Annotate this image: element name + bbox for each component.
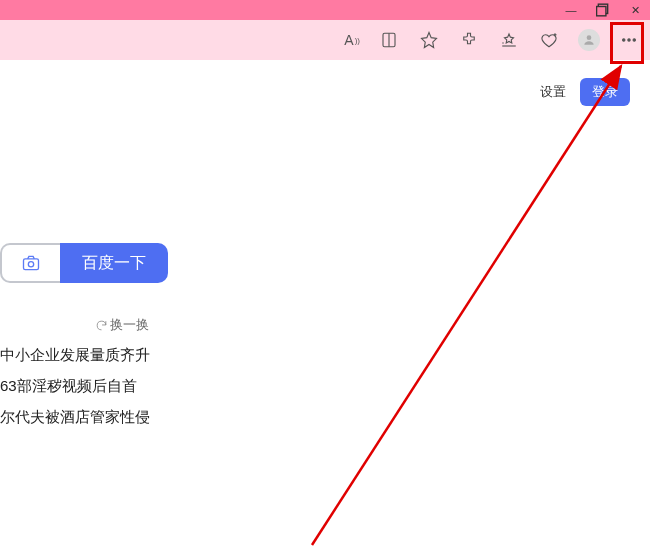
minimize-button[interactable]: — — [564, 3, 578, 17]
news-list: 中小企业发展量质齐升 63部淫秽视频后自首 尔代夫被酒店管家性侵 — [0, 340, 150, 433]
read-aloud-icon[interactable]: A)) — [344, 32, 360, 48]
svg-rect-1 — [597, 7, 606, 16]
search-submit-button[interactable]: 百度一下 — [60, 243, 168, 283]
news-item[interactable]: 中小企业发展量质齐升 — [0, 340, 150, 371]
maximize-button[interactable] — [596, 3, 610, 17]
refresh-label: 换一换 — [110, 316, 149, 334]
favorites-list-icon[interactable] — [498, 29, 520, 51]
svg-rect-12 — [24, 259, 39, 270]
svg-point-10 — [628, 39, 630, 41]
favorite-star-icon[interactable] — [418, 29, 440, 51]
collections-icon[interactable] — [538, 29, 560, 51]
svg-line-15 — [312, 66, 621, 545]
camera-search-button[interactable] — [0, 243, 60, 283]
svg-point-9 — [623, 39, 625, 41]
svg-point-8 — [587, 35, 592, 40]
browser-toolbar: A)) — [0, 20, 650, 60]
reader-view-icon[interactable] — [378, 29, 400, 51]
window-titlebar: — ✕ — [0, 0, 650, 20]
news-item[interactable]: 尔代夫被酒店管家性侵 — [0, 402, 150, 433]
close-button[interactable]: ✕ — [628, 3, 642, 17]
search-area: 百度一下 — [0, 243, 168, 283]
refresh-news-button[interactable]: 换一换 — [95, 316, 149, 334]
settings-link[interactable]: 设置 — [540, 83, 566, 101]
news-item[interactable]: 63部淫秽视频后自首 — [0, 371, 150, 402]
svg-point-13 — [28, 262, 33, 267]
login-button[interactable]: 登录 — [580, 78, 630, 106]
svg-point-11 — [633, 39, 635, 41]
profile-avatar-icon[interactable] — [578, 29, 600, 51]
extensions-icon[interactable] — [458, 29, 480, 51]
menu-more-icon[interactable] — [618, 29, 640, 51]
page-header: 设置 登录 — [0, 60, 650, 106]
